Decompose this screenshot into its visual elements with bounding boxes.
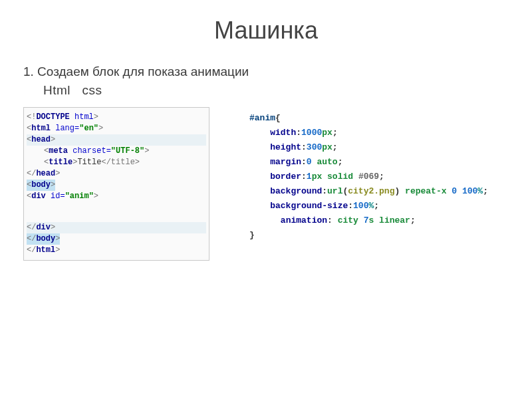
code-line-head-open: <head> [27, 134, 206, 146]
html-codebox: <!DOCTYPE html> <html lang="en"> <head> … [23, 107, 209, 261]
css-codebox: #anim{ width:1000px; height:300px; margi… [249, 111, 509, 243]
label-css: css [82, 83, 102, 97]
code-line-body-open: <body> [27, 180, 206, 191]
code-line-doctype: <!DOCTYPE html> [27, 112, 206, 123]
code-line-div-open: <div id="anim"> [27, 191, 206, 202]
bullet-line: 1. Создаем блок для показа анимации [23, 65, 509, 79]
css-column: #anim{ width:1000px; height:300px; margi… [249, 107, 509, 261]
code-line-blank [27, 202, 206, 222]
label-html: Html [43, 83, 70, 97]
code-line-html-open: <html lang="en"> [27, 123, 206, 134]
code-line-title: <title>Title</title> [27, 157, 206, 168]
css-rule-width: width:1000px; [249, 126, 509, 140]
css-rule-animation: animation: city 7s linear; [249, 213, 509, 228]
css-rule-border: border:1px solid #069; [249, 170, 509, 184]
code-line-meta: <meta charset="UTF-8"> [27, 146, 206, 157]
css-selector-line: #anim{ [249, 111, 509, 126]
css-rule-height: height:300px; [249, 140, 509, 155]
html-column: <!DOCTYPE html> <html lang="en"> <head> … [23, 107, 209, 261]
css-rule-margin: margin:0 auto; [249, 155, 509, 170]
columns: <!DOCTYPE html> <html lang="en"> <head> … [23, 107, 509, 261]
sub-labels: Html css [43, 83, 509, 98]
slide-title: Машинка [23, 17, 509, 45]
css-close-brace: } [249, 228, 509, 243]
code-line-html-close: </html> [27, 245, 206, 256]
slide-root: Машинка 1. Создаем блок для показа анима… [0, 0, 532, 277]
css-rule-bgsize: background-size:100%; [249, 199, 509, 213]
code-line-div-close: </div> [27, 222, 206, 233]
css-rule-background: background:url(city2.png) repeat-x 0 100… [249, 184, 509, 199]
code-line-head-close: </head> [27, 168, 206, 180]
code-line-body-close: </body> [27, 233, 206, 245]
